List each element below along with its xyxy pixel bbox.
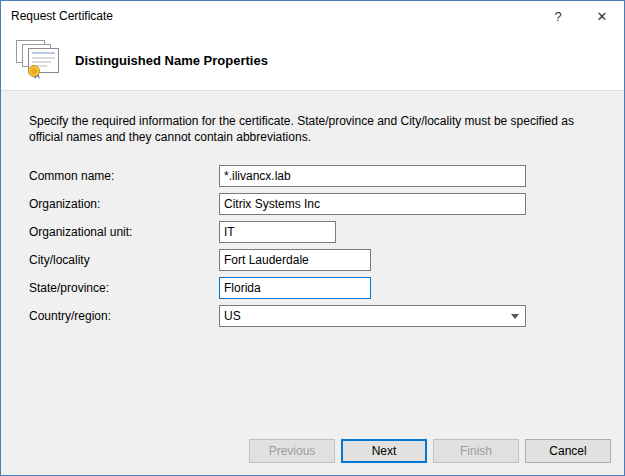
- page-title: Distinguished Name Properties: [75, 53, 268, 68]
- chevron-down-icon: [511, 314, 519, 319]
- city-locality-label: City/locality: [29, 249, 219, 271]
- intro-text: Specify the required information for the…: [29, 113, 596, 145]
- certificates-icon: [15, 39, 63, 83]
- dialog-body: Specify the required information for the…: [1, 91, 624, 327]
- common-name-input[interactable]: [219, 165, 526, 187]
- state-province-input[interactable]: [219, 277, 371, 299]
- titlebar: Request Certificate ? ✕: [1, 1, 624, 31]
- help-button[interactable]: ?: [536, 1, 580, 31]
- wizard-header: Distinguished Name Properties: [1, 31, 624, 91]
- form-row-country-region: Country/region: US: [29, 305, 596, 327]
- country-region-label: Country/region:: [29, 305, 219, 327]
- city-locality-input[interactable]: [219, 249, 371, 271]
- finish-button[interactable]: Finish: [433, 439, 519, 463]
- previous-button[interactable]: Previous: [249, 439, 335, 463]
- organization-label: Organization:: [29, 193, 219, 215]
- form-row-common-name: Common name:: [29, 165, 596, 187]
- form-row-state-province: State/province:: [29, 277, 596, 299]
- country-region-combobox[interactable]: US: [219, 305, 526, 327]
- request-certificate-dialog: Request Certificate ? ✕ Distinguished Na…: [0, 0, 625, 476]
- common-name-label: Common name:: [29, 165, 219, 187]
- next-button[interactable]: Next: [341, 439, 427, 463]
- state-province-label: State/province:: [29, 277, 219, 299]
- cancel-button[interactable]: Cancel: [525, 439, 611, 463]
- organizational-unit-label: Organizational unit:: [29, 221, 219, 243]
- window-title: Request Certificate: [1, 9, 536, 23]
- form-row-city-locality: City/locality: [29, 249, 596, 271]
- button-row: Previous Next Finish Cancel: [249, 439, 611, 463]
- form-row-organization: Organization:: [29, 193, 596, 215]
- close-button[interactable]: ✕: [580, 1, 624, 31]
- country-region-value: US: [224, 309, 241, 323]
- form-row-organizational-unit: Organizational unit:: [29, 221, 596, 243]
- organizational-unit-input[interactable]: [219, 221, 336, 243]
- organization-input[interactable]: [219, 193, 526, 215]
